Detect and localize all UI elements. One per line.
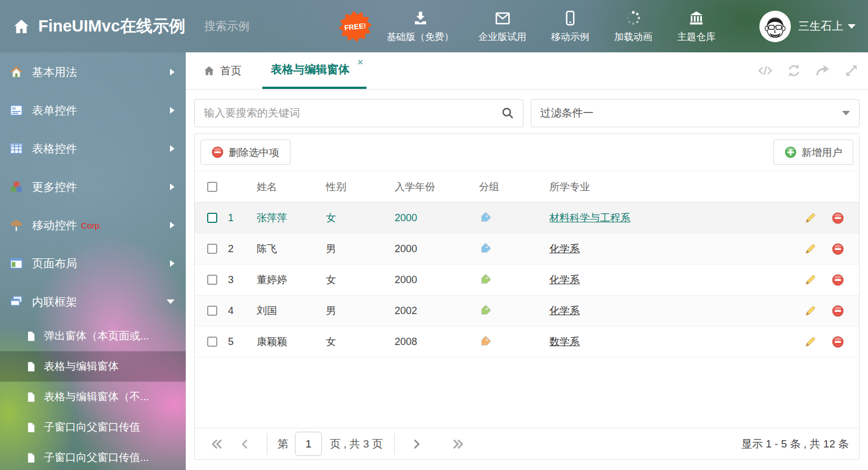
row-name: 董婷婷 <box>241 273 312 287</box>
header-nav-theme-repo[interactable]: 主题仓库 <box>677 10 715 43</box>
edit-row-button[interactable] <box>804 274 816 286</box>
row-index: 2 <box>220 243 241 255</box>
sidebar-subitem-popup-window[interactable]: 弹出窗体（本页面或... <box>0 321 186 351</box>
sidebar-item-form-controls[interactable]: 表单控件 <box>0 91 186 129</box>
sidebar-item-iframe[interactable]: 内联框架 <box>0 283 186 321</box>
row-checkbox[interactable] <box>207 213 217 223</box>
table-row[interactable]: 5 康颖颖 女 2008 数学系 <box>195 326 859 357</box>
user-menu[interactable]: 三生石上 <box>759 10 856 43</box>
prev-page-icon[interactable] <box>239 438 251 450</box>
sidebar-item-page-layout[interactable]: 页面布局 <box>0 244 186 283</box>
column-header-name[interactable]: 姓名 <box>241 180 312 194</box>
table-row[interactable]: 1 张萍萍 女 2000 材料科学与工程系 <box>195 203 859 234</box>
row-gender: 女 <box>312 273 379 287</box>
row-index: 1 <box>220 212 241 224</box>
home-icon[interactable] <box>12 17 30 35</box>
header-search-input[interactable] <box>204 20 354 33</box>
tab-close-icon[interactable]: × <box>357 57 363 67</box>
layout-icon <box>9 256 24 271</box>
row-checkbox[interactable] <box>207 306 217 316</box>
chevron-down-icon <box>167 299 175 304</box>
download-icon <box>412 10 429 26</box>
table-row[interactable]: 4 刘国 男 2002 化学系 <box>195 296 859 326</box>
delete-row-button[interactable] <box>832 243 844 255</box>
header-nav-mobile-demo[interactable]: 移动示例 <box>551 10 589 43</box>
sidebar-subitem-grid-edit-window[interactable]: 表格与编辑窗体 <box>0 351 186 382</box>
major-link[interactable]: 化学系 <box>549 305 580 316</box>
table-row[interactable]: 3 董婷婷 女 2000 化学系 <box>195 265 859 296</box>
tab-home[interactable]: 首页 <box>195 52 250 89</box>
minus-circle-icon <box>832 243 844 255</box>
add-user-button[interactable]: 新增用户 <box>773 140 853 165</box>
edit-row-button[interactable] <box>804 243 816 255</box>
major-link[interactable]: 数学系 <box>549 336 580 347</box>
delete-selected-button[interactable]: 删除选中项 <box>200 140 290 165</box>
sidebar-subitem-child-to-parent-2[interactable]: 子窗口向父窗口传值... <box>0 442 186 470</box>
row-checkbox[interactable] <box>207 275 217 285</box>
chevron-right-icon <box>170 145 175 152</box>
column-header-gender[interactable]: 性别 <box>312 180 379 194</box>
source-code-icon[interactable] <box>758 63 773 78</box>
row-name: 刘国 <box>241 304 312 317</box>
edit-row-button[interactable] <box>804 305 816 317</box>
header-nav-enterprise-trial[interactable]: 企业版试用 <box>478 10 526 43</box>
tab-grid-edit-window[interactable]: 表格与编辑窗体 × <box>262 52 366 89</box>
sidebar-subitem-child-to-parent[interactable]: 子窗口向父窗口传值 <box>0 412 186 442</box>
edit-row-button[interactable] <box>804 336 816 348</box>
grid-search-input[interactable] <box>204 107 502 119</box>
row-year: 2000 <box>379 212 464 224</box>
minus-circle-icon <box>832 274 844 286</box>
column-header-major[interactable]: 所学专业 <box>534 180 789 194</box>
major-link[interactable]: 材料科学与工程系 <box>549 212 630 223</box>
header-nav-loading-animation[interactable]: 加载动画 <box>614 10 652 43</box>
tag-icon <box>479 274 491 286</box>
search-icon[interactable] <box>502 107 514 119</box>
delete-row-button[interactable] <box>832 336 844 348</box>
last-page-icon[interactable] <box>452 438 464 450</box>
delete-row-button[interactable] <box>832 212 844 224</box>
column-header-year[interactable]: 入学年份 <box>379 180 464 194</box>
select-all-checkbox[interactable] <box>207 182 217 192</box>
tag-icon <box>479 243 491 255</box>
chevron-down-icon <box>842 111 850 115</box>
header-nav-basic-edition[interactable]: 基础版（免费） <box>387 10 454 43</box>
sidebar-item-grid-controls[interactable]: 表格控件 <box>0 129 186 168</box>
row-checkbox[interactable] <box>207 337 217 347</box>
sidebar-item-more-controls[interactable]: 更多控件 <box>0 168 186 206</box>
signal-icon <box>9 218 24 232</box>
sidebar-item-basic-usage[interactable]: 基本用法 <box>0 53 186 91</box>
page-number-input[interactable] <box>295 432 322 456</box>
open-in-new-icon[interactable] <box>815 63 830 78</box>
table-empty-space <box>195 357 859 428</box>
sidebar-subitem-grid-edit-window-2[interactable]: 表格与编辑窗体（不... <box>0 382 186 412</box>
filter-select[interactable]: 过滤条件一 <box>531 99 860 127</box>
grid-panel: 删除选中项 新增用户 姓名 性别 入学年份 分组 所学专业 1 张萍萍 女 <box>194 133 860 460</box>
row-gender: 男 <box>312 304 379 317</box>
delete-row-button[interactable] <box>832 305 844 317</box>
home-icon <box>203 65 215 77</box>
edit-row-button[interactable] <box>804 212 816 224</box>
chevron-right-icon <box>170 69 175 75</box>
row-year: 2000 <box>379 274 464 286</box>
tag-icon <box>479 335 491 348</box>
row-index: 3 <box>220 274 241 286</box>
tab-actions <box>758 52 859 89</box>
corp-badge: Corp. <box>81 221 102 230</box>
file-icon <box>25 452 37 464</box>
file-icon <box>25 391 37 403</box>
row-checkbox[interactable] <box>207 244 217 254</box>
row-gender: 女 <box>312 211 379 225</box>
table-row[interactable]: 2 陈飞 男 2000 化学系 <box>195 234 859 265</box>
table-header: 姓名 性别 入学年份 分组 所学专业 <box>195 171 859 203</box>
column-header-group[interactable]: 分组 <box>464 180 534 194</box>
maximize-icon[interactable] <box>844 63 859 78</box>
avatar <box>759 10 791 43</box>
delete-row-button[interactable] <box>832 274 844 286</box>
sidebar-item-mobile-controls[interactable]: 移动控件 Corp. <box>0 206 186 244</box>
major-link[interactable]: 化学系 <box>549 243 580 254</box>
refresh-icon[interactable] <box>786 63 802 78</box>
first-page-icon[interactable] <box>211 438 223 450</box>
minus-circle-icon <box>832 305 844 317</box>
major-link[interactable]: 化学系 <box>549 274 580 285</box>
next-page-icon[interactable] <box>410 438 423 450</box>
